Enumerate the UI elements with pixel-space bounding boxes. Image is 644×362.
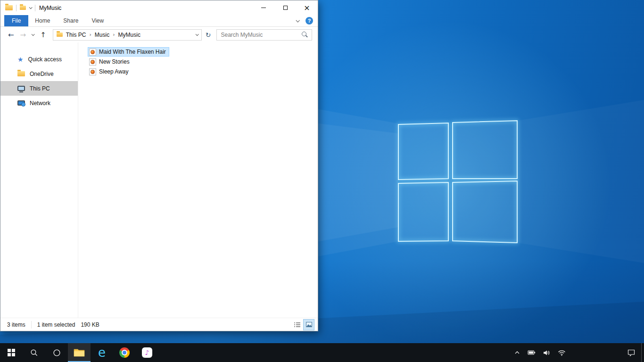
taskbar-itunes-button[interactable]: ♪ (136, 343, 158, 362)
app-folder-icon (5, 5, 13, 10)
address-dropdown-chevron-icon[interactable] (195, 33, 198, 36)
status-divider (31, 321, 32, 329)
action-center-button[interactable] (621, 343, 641, 362)
action-center-icon (627, 349, 635, 356)
breadcrumb-music[interactable]: Music (94, 32, 110, 38)
quick-access-toolbar (5, 5, 35, 11)
breadcrumb-separator-icon: › (113, 32, 115, 37)
breadcrumb-separator-icon: › (89, 32, 91, 37)
navigation-pane: ★ Quick access OneDrive This PC Network (0, 42, 78, 318)
computer-icon (17, 86, 25, 91)
system-tray (510, 343, 570, 362)
show-desktop-button[interactable] (641, 343, 644, 362)
battery-icon (528, 350, 536, 355)
cortana-button[interactable] (45, 343, 68, 362)
file-name: New Stories (99, 58, 130, 65)
tab-home[interactable]: Home (28, 15, 57, 26)
status-item-count: 3 items (7, 321, 25, 328)
thumbnails-view-icon (306, 322, 312, 327)
details-view-icon (294, 322, 300, 327)
help-icon[interactable]: ? (305, 17, 313, 25)
search-box (216, 29, 312, 41)
battery-tray-button[interactable] (526, 348, 537, 357)
tab-share[interactable]: Share (57, 15, 85, 26)
wifi-icon (558, 350, 566, 356)
address-folder-icon (57, 33, 63, 37)
caption-buttons: × (253, 0, 318, 15)
windows-start-icon (8, 349, 15, 356)
maximize-button[interactable] (274, 0, 296, 15)
itunes-icon: ♪ (142, 347, 152, 358)
minimize-icon (261, 8, 266, 8)
file-item-sleep-away[interactable]: Sleep Away (88, 67, 132, 76)
close-button[interactable]: × (296, 0, 318, 15)
tab-file[interactable]: File (4, 15, 28, 26)
details-view-button[interactable] (292, 320, 302, 330)
file-item-maid-with-the-flaxen-hair[interactable]: Maid With The Flaxen Hair (88, 47, 169, 57)
light-beam-right (517, 100, 644, 263)
taskbar-file-explorer-button[interactable] (68, 343, 91, 362)
taskbar-chrome-button[interactable] (113, 343, 136, 362)
minimize-button[interactable] (253, 0, 274, 15)
music-note-icon: ♪ (145, 349, 149, 356)
search-input[interactable] (221, 32, 302, 38)
internet-explorer-icon: e (98, 346, 106, 360)
back-button[interactable]: ← (8, 31, 14, 39)
maximize-icon (283, 6, 288, 10)
search-icon (30, 349, 38, 357)
taskbar-search-button[interactable] (23, 343, 45, 362)
quick-access-star-icon: ★ (17, 56, 24, 63)
qat-customize-chevron-icon[interactable] (29, 6, 33, 9)
media-file-icon (89, 58, 96, 66)
sidebar-item-label: This PC (30, 85, 50, 92)
file-name: Sleep Away (99, 68, 129, 75)
file-name: Maid With The Flaxen Hair (99, 49, 166, 55)
file-list: Maid With The Flaxen Hair New Stories Sl… (78, 42, 318, 318)
status-bar: 3 items 1 item selected 190 KB (0, 318, 318, 331)
expand-ribbon-chevron-icon[interactable] (296, 18, 299, 22)
address-row: ← → ↑ This PC › Music › MyMusic ↻ (0, 27, 318, 42)
recent-locations-chevron-icon[interactable] (32, 33, 35, 36)
forward-button[interactable]: → (20, 31, 26, 39)
titlebar: MyMusic × (0, 0, 318, 15)
file-explorer-window: MyMusic × File Home Share View ? ← → ↑ T… (0, 0, 318, 331)
chevron-up-icon (514, 351, 520, 354)
file-item-new-stories[interactable]: New Stories (88, 57, 133, 66)
taskbar: e ♪ (0, 343, 644, 362)
window-body: ★ Quick access OneDrive This PC Network … (0, 42, 318, 318)
network-tray-button[interactable] (556, 348, 568, 358)
status-selection: 1 item selected (37, 321, 75, 328)
start-button[interactable] (0, 343, 23, 362)
file-explorer-icon (74, 348, 85, 357)
volume-tray-button[interactable] (541, 348, 552, 358)
hidden-icons-button[interactable] (512, 349, 522, 356)
toolbar-divider (16, 5, 17, 11)
thumbnails-view-button[interactable] (304, 320, 314, 330)
address-bar[interactable]: This PC › Music › MyMusic (53, 29, 202, 41)
up-button[interactable]: ↑ (40, 31, 46, 39)
sidebar-item-label: OneDrive (30, 71, 54, 77)
sidebar-item-label: Quick access (28, 56, 62, 63)
search-icon[interactable] (302, 32, 308, 38)
cortana-icon (53, 349, 61, 357)
breadcrumb-mymusic[interactable]: MyMusic (118, 32, 141, 38)
breadcrumb-this-pc[interactable]: This PC (66, 32, 87, 38)
onedrive-icon (17, 71, 25, 76)
taskbar-empty-area (570, 343, 621, 362)
view-toggle-buttons (292, 320, 314, 330)
chrome-icon (119, 347, 130, 358)
speaker-icon (543, 350, 550, 356)
sidebar-item-quick-access[interactable]: ★ Quick access (0, 52, 78, 66)
ribbon-tab-bar: File Home Share View ? (0, 15, 318, 27)
taskbar-internet-explorer-button[interactable]: e (91, 343, 113, 362)
qat-folder-icon[interactable] (20, 6, 26, 10)
status-selection-size: 190 KB (81, 321, 99, 328)
refresh-button[interactable]: ↻ (206, 32, 211, 38)
sidebar-item-label: Network (30, 100, 50, 107)
sidebar-item-network[interactable]: Network (0, 96, 78, 110)
sidebar-item-onedrive[interactable]: OneDrive (0, 66, 78, 81)
tab-view[interactable]: View (85, 15, 110, 26)
sidebar-item-this-pc[interactable]: This PC (0, 81, 78, 96)
window-title: MyMusic (39, 5, 61, 11)
close-icon: × (304, 4, 310, 12)
